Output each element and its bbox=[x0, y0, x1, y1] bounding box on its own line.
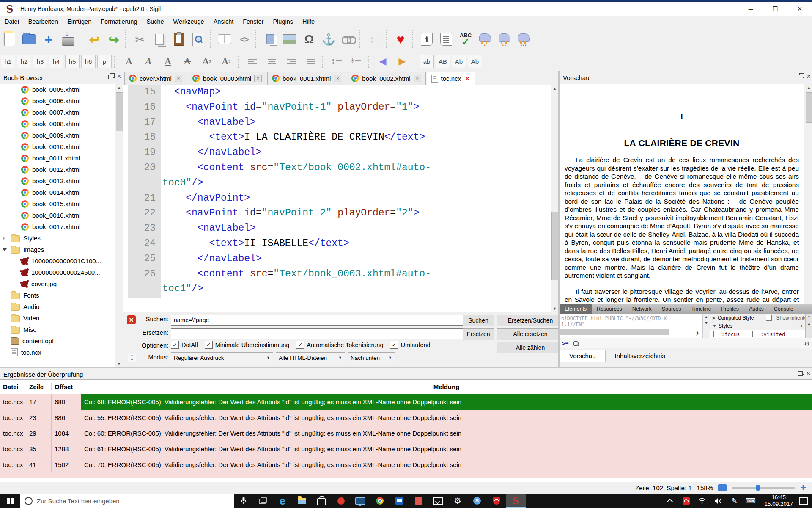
preview-scrollbar[interactable]: ▲ bbox=[805, 84, 812, 304]
tree-item-book-0009-xhtml[interactable]: book_0009.xhtml bbox=[0, 130, 115, 141]
menu-item-einf-gen[interactable]: Einfügen bbox=[63, 16, 96, 27]
display-taskbar-button[interactable] bbox=[351, 494, 370, 508]
inspector-dom-pane[interactable]: <!DOCTYPE html PUBLIC "-//W3C//DTD X1.1/… bbox=[560, 314, 702, 338]
close-panel-icon[interactable]: × bbox=[807, 73, 811, 80]
menu-item-formatierung[interactable]: Formatierung bbox=[96, 16, 142, 27]
option-automatische-tokenisierung[interactable]: ✓Automatische Tokenisierung bbox=[296, 341, 383, 349]
mode-dropdown-regul-rer-ausdruck[interactable]: Regulärer Ausdruck▼ bbox=[171, 352, 273, 363]
plugin-2-button[interactable]: •• bbox=[495, 29, 514, 50]
donate-heart-button[interactable]: ♥ bbox=[391, 29, 410, 50]
chevron-right-icon[interactable] bbox=[3, 236, 5, 240]
close-tab-icon[interactable]: × bbox=[414, 75, 421, 82]
insert-image-button[interactable] bbox=[280, 29, 299, 50]
settings-taskbar-button[interactable]: ⚙ bbox=[448, 494, 467, 508]
zoom-slider[interactable] bbox=[732, 487, 795, 489]
suchen-button[interactable]: Suchen bbox=[463, 315, 494, 326]
ersetzen-suchen-button[interactable]: Ersetzen/Suchen bbox=[497, 315, 564, 326]
heading-h2-button[interactable]: h2 bbox=[17, 55, 31, 68]
tree-item-book-0005-xhtml[interactable]: book_0005.xhtml bbox=[0, 84, 115, 95]
tree-item-toc-ncx[interactable]: toc.ncx bbox=[0, 347, 115, 358]
checkbox-icon[interactable] bbox=[713, 331, 719, 337]
tab-book-0002-xhtml[interactable]: book_0002.xhtml× bbox=[347, 72, 425, 85]
store-taskbar-button[interactable] bbox=[312, 494, 331, 508]
add-file-button[interactable]: + bbox=[39, 29, 58, 50]
inspect-icon[interactable]: ⌖ bbox=[800, 323, 803, 329]
scroll-up-icon[interactable]: ▲ bbox=[551, 85, 558, 92]
tab-book-0000-xhtml[interactable]: book_0000.xhtml× bbox=[188, 72, 266, 85]
close-button[interactable]: ✕ bbox=[787, 2, 812, 16]
tray-expand-button[interactable] bbox=[662, 494, 678, 508]
redo-button[interactable]: ↪ bbox=[104, 29, 123, 50]
menu-item-plugins[interactable]: Plugins bbox=[268, 16, 298, 27]
search-input[interactable]: name=\"page ▼ bbox=[171, 315, 490, 326]
float-panel-icon[interactable] bbox=[108, 75, 113, 79]
option-minimale-bereinstimmung[interactable]: ✓Minimale Übereinstimmung bbox=[205, 341, 290, 349]
collapse-icon[interactable]: ▼ bbox=[713, 324, 716, 328]
tree-item-book-0017-xhtml[interactable]: book_0017.xhtml bbox=[0, 221, 115, 232]
metadata-editor-button[interactable]: i bbox=[417, 29, 436, 50]
tab-book-0001-xhtml[interactable]: book_0001.xhtml× bbox=[267, 72, 346, 85]
close-panel-icon[interactable]: × bbox=[117, 73, 121, 80]
menu-item-bearbeiten[interactable]: Bearbeiten bbox=[24, 16, 63, 27]
scroll-down-icon[interactable]: ▼ bbox=[115, 360, 123, 367]
scroll-up-icon[interactable]: ▲ bbox=[115, 84, 123, 91]
option-umlaufend[interactable]: ✓Umlaufend bbox=[390, 341, 430, 349]
float-panel-icon[interactable] bbox=[798, 75, 803, 79]
close-tab-icon[interactable]: × bbox=[464, 75, 471, 82]
outlook-taskbar-button[interactable] bbox=[390, 494, 409, 508]
task-view-button[interactable] bbox=[253, 494, 273, 508]
result-row[interactable]: toc.ncx351288Col: 61: ERROR(RSC-005): Va… bbox=[0, 441, 812, 457]
underline-button[interactable]: A bbox=[158, 51, 178, 72]
capitalize-button[interactable]: Ab bbox=[468, 55, 482, 68]
tree-item-book-0006-xhtml[interactable]: book_0006.xhtml bbox=[0, 95, 115, 107]
toc-editor-button[interactable] bbox=[436, 29, 456, 50]
alle-ersetzen-button[interactable]: Alle ersetzen bbox=[497, 328, 564, 340]
zoom-in-icon[interactable]: + bbox=[800, 483, 806, 493]
copy-button[interactable] bbox=[150, 29, 169, 50]
checkbox-checked-icon[interactable]: ✓ bbox=[296, 341, 304, 349]
plugin-1-button[interactable]: • bbox=[475, 29, 495, 50]
tree-item-misc[interactable]: Misc bbox=[0, 324, 115, 335]
taskbar-clock[interactable]: 16:45 15.09.2017 bbox=[764, 494, 793, 508]
taskbar-search-input[interactable]: Zur Suche Text hier eingeben bbox=[20, 494, 234, 508]
anchor-button[interactable]: ⚓ bbox=[319, 29, 338, 50]
subscript-button[interactable]: A2 bbox=[197, 51, 217, 72]
tree-item-audio[interactable]: Audio bbox=[0, 301, 115, 312]
tree-item-10000000000001c100-[interactable]: 10000000000001C100... bbox=[0, 255, 115, 267]
tree-item-book-0013-xhtml[interactable]: book_0013.xhtml bbox=[0, 175, 115, 187]
menu-item-ansicht[interactable]: Ansicht bbox=[209, 16, 239, 27]
spellcheck-button[interactable]: ABC✓ bbox=[456, 29, 475, 50]
uppercase-button[interactable]: AB bbox=[436, 55, 450, 68]
superscript-button[interactable]: A2 bbox=[217, 51, 236, 72]
float-panel-icon[interactable] bbox=[798, 371, 803, 376]
titlecase-button[interactable]: Ab bbox=[452, 55, 466, 68]
indent-decrease-button[interactable]: ◀ bbox=[373, 51, 392, 72]
tree-item-book-0012-xhtml[interactable]: book_0012.xhtml bbox=[0, 164, 115, 175]
scroll-down-icon[interactable]: ▼ bbox=[551, 305, 558, 312]
new-file-button[interactable] bbox=[0, 29, 19, 50]
tree-item-fonts[interactable]: Fonts bbox=[0, 290, 115, 301]
scrollbar-thumb[interactable] bbox=[116, 92, 123, 131]
file-tree-scrollbar[interactable]: ▲ ▼ bbox=[115, 84, 123, 367]
inspector-mid-scrollbar[interactable]: ▲▼ bbox=[702, 314, 710, 338]
lowercase-button[interactable]: ab bbox=[420, 55, 434, 68]
inspector-tab-network[interactable]: Network bbox=[627, 304, 657, 314]
book-view-button[interactable] bbox=[215, 29, 234, 50]
microphone-button[interactable] bbox=[234, 494, 253, 508]
redgrid-taskbar-button[interactable] bbox=[409, 494, 428, 508]
close-tab-icon[interactable]: × bbox=[175, 75, 182, 82]
result-row[interactable]: toc.ncx291084Col: 60: ERROR(RSC-005): Va… bbox=[0, 425, 812, 441]
console-prompt-icon[interactable]: >≡ bbox=[562, 340, 569, 347]
checkbox-checked-icon[interactable]: ✓ bbox=[205, 341, 213, 349]
menu-item-datei[interactable]: Datei bbox=[0, 16, 24, 27]
view-tab-vorschau[interactable]: Vorschau bbox=[560, 350, 606, 362]
align-center-button[interactable] bbox=[262, 51, 282, 72]
align-right-button[interactable] bbox=[282, 51, 301, 72]
zoom-slider-thumb[interactable] bbox=[756, 485, 760, 491]
cut-button[interactable]: ✂ bbox=[130, 29, 150, 50]
gear-icon[interactable]: ⚙ bbox=[804, 340, 810, 348]
heading-h4-button[interactable]: h4 bbox=[49, 55, 63, 68]
skype-taskbar-button[interactable]: S bbox=[467, 494, 487, 508]
scrollbar-thumb[interactable] bbox=[806, 92, 812, 123]
close-search-icon[interactable]: ✕ bbox=[127, 315, 136, 324]
